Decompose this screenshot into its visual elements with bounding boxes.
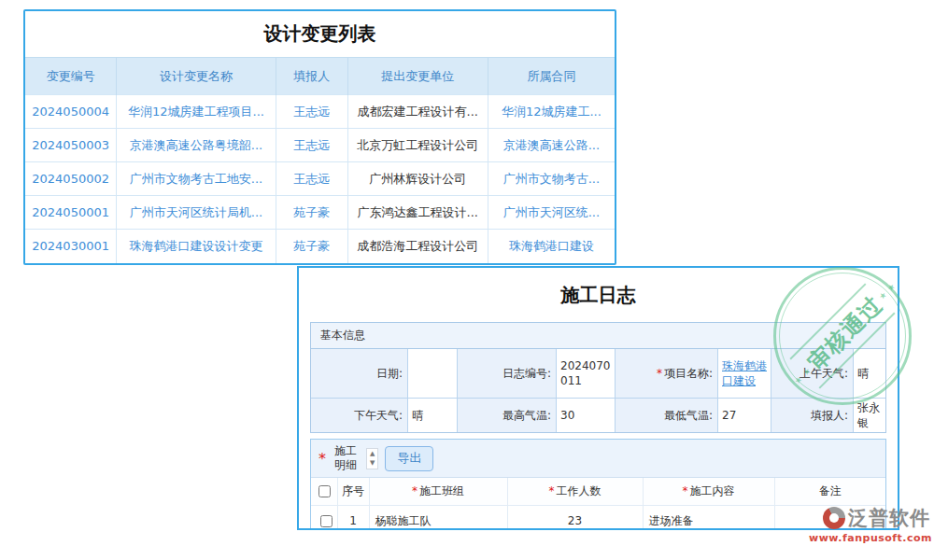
filler-field: 张永银 <box>853 398 885 432</box>
detail-table-header: 序号 *施工班组 *工作人数 *施工内容 备注 <box>311 478 885 506</box>
max-temp-field: 30 <box>556 398 615 432</box>
change-name-link[interactable]: 华润12城房建工程项目... <box>117 95 276 129</box>
project-name-label: *项目名称: <box>615 349 717 398</box>
col-content: *施工内容 <box>643 478 774 506</box>
required-marker: * <box>683 484 688 497</box>
detail-section-label: 施工明细 <box>334 444 360 472</box>
log-number-label: 日志编号: <box>457 349 556 398</box>
select-all-cell <box>311 478 337 506</box>
required-marker: * <box>549 484 555 497</box>
detail-toolbar: * 施工明细 ▲ ▼ 导出 <box>311 440 885 477</box>
am-weather-label: 上午天气: <box>771 349 853 398</box>
col-contract: 所属合同 <box>488 58 615 95</box>
change-id-link[interactable]: 2024050002 <box>25 162 117 196</box>
row-select-cell <box>311 506 337 531</box>
table-row: 2024050002 广州市文物考古工地安... 王志远 广州林辉设计公司 广州… <box>25 162 615 196</box>
min-temp-field: 27 <box>717 398 771 432</box>
date-field <box>407 349 457 398</box>
page: 设计变更列表 变更编号 设计变更名称 填报人 提出变更单位 所属合同 20240… <box>0 0 934 560</box>
design-change-table: 变更编号 设计变更名称 填报人 提出变更单位 所属合同 2024050004 华… <box>25 57 615 263</box>
change-name-link[interactable]: 广州市文物考古工地安... <box>117 162 276 196</box>
required-marker: * <box>318 450 326 468</box>
change-name-link[interactable]: 京港澳高速公路粤境韶... <box>117 129 276 162</box>
change-id-link[interactable]: 2024050001 <box>25 196 117 230</box>
project-name-link[interactable]: 珠海鹤港口建设 <box>722 358 767 388</box>
export-button[interactable]: 导出 <box>385 446 433 471</box>
contract-link[interactable]: 京港澳高速公路... <box>488 129 615 162</box>
am-weather-field: 晴 <box>853 349 885 398</box>
design-change-table-header: 变更编号 设计变更名称 填报人 提出变更单位 所属合同 <box>25 58 615 95</box>
col-proposing-unit: 提出变更单位 <box>347 58 488 95</box>
required-marker: * <box>657 367 662 380</box>
change-id-link[interactable]: 2024030001 <box>25 230 117 263</box>
col-seq: 序号 <box>337 478 369 506</box>
date-label: 日期: <box>311 349 407 398</box>
proposing-unit-cell: 北京万虹工程设计公司 <box>347 129 488 162</box>
col-workers: *工作人数 <box>507 478 643 506</box>
change-id-link[interactable]: 2024050004 <box>25 95 117 129</box>
detail-spinner: ▲ ▼ <box>366 448 378 469</box>
change-id-link[interactable]: 2024050003 <box>25 129 117 162</box>
content-cell: 进场准备 <box>643 506 774 531</box>
select-all-checkbox[interactable] <box>318 485 331 497</box>
contract-link[interactable]: 华润12城房建工... <box>488 95 615 129</box>
fanpu-logo: 泛普软件 www.fanpusoft.com <box>809 505 930 544</box>
design-change-list-panel: 设计变更列表 变更编号 设计变更名称 填报人 提出变更单位 所属合同 20240… <box>23 9 616 265</box>
project-name-field: 珠海鹤港口建设 <box>717 349 771 398</box>
reporter-link[interactable]: 王志远 <box>276 95 347 129</box>
change-name-link[interactable]: 广州市天河区统计局机... <box>117 196 276 230</box>
design-change-list-title: 设计变更列表 <box>25 11 615 57</box>
table-row: 2024050003 京港澳高速公路粤境韶... 王志远 北京万虹工程设计公司 … <box>25 129 615 162</box>
contract-link[interactable]: 广州市天河区统... <box>488 196 615 230</box>
fanpu-logo-url: www.fanpusoft.com <box>809 532 930 544</box>
workers-cell: 23 <box>507 506 643 531</box>
detail-table-row: 1 杨聪施工队 23 进场准备 <box>311 506 885 531</box>
col-note: 备注 <box>774 478 885 506</box>
reporter-link[interactable]: 王志远 <box>276 129 347 162</box>
basic-info-header: 基本信息 <box>311 323 885 349</box>
filler-label: 填报人: <box>771 398 853 432</box>
pm-weather-field: 晴 <box>407 398 457 432</box>
col-reporter: 填报人 <box>276 58 347 95</box>
proposing-unit-cell: 广东鸿达鑫工程设计... <box>347 196 488 230</box>
row-checkbox[interactable] <box>320 515 333 527</box>
change-name-link[interactable]: 珠海鹤港口建设设计变更 <box>117 230 276 263</box>
col-change-name: 设计变更名称 <box>117 58 276 95</box>
log-number-field: 2024070011 <box>556 349 615 398</box>
team-cell: 杨聪施工队 <box>369 506 507 531</box>
construction-log-title: 施工日志 <box>299 268 898 322</box>
detail-table: 序号 *施工班组 *工作人数 *施工内容 备注 1 杨聪施工队 23 进场准备 <box>311 477 885 530</box>
proposing-unit-cell: 成都浩海工程设计公司 <box>347 230 488 263</box>
proposing-unit-cell: 广州林辉设计公司 <box>347 162 488 196</box>
pm-weather-label: 下午天气: <box>311 398 407 432</box>
reporter-link[interactable]: 王志远 <box>276 162 347 196</box>
proposing-unit-cell: 成都宏建工程设计有... <box>347 95 488 129</box>
col-team: *施工班组 <box>369 478 507 506</box>
construction-detail-section: * 施工明细 ▲ ▼ 导出 序号 *施工班组 *工作人数 *施工内容 <box>310 439 886 530</box>
seq-cell: 1 <box>337 506 369 531</box>
contract-link[interactable]: 珠海鹤港口建设 <box>488 230 615 263</box>
basic-info-section: 基本信息 日期: 日志编号: 2024070011 *项目名称: 珠海鹤港口建设… <box>310 322 886 433</box>
reporter-link[interactable]: 苑子豪 <box>276 230 347 263</box>
table-row: 2024050001 广州市天河区统计局机... 苑子豪 广东鸿达鑫工程设计..… <box>25 196 615 230</box>
table-row: 2024050004 华润12城房建工程项目... 王志远 成都宏建工程设计有.… <box>25 95 615 129</box>
min-temp-label: 最低气温: <box>615 398 717 432</box>
basic-info-grid: 日期: 日志编号: 2024070011 *项目名称: 珠海鹤港口建设 上午天气… <box>311 349 885 432</box>
reporter-link[interactable]: 苑子豪 <box>276 196 347 230</box>
fanpu-logo-icon <box>823 507 845 529</box>
spinner-up-icon[interactable]: ▲ <box>370 451 375 457</box>
spinner-down-icon[interactable]: ▼ <box>370 460 375 467</box>
col-change-id: 变更编号 <box>25 58 117 95</box>
fanpu-logo-name: 泛普软件 <box>848 505 930 531</box>
construction-log-panel: 施工日志 基本信息 日期: 日志编号: 2024070011 *项目名称: 珠海… <box>297 266 899 530</box>
table-row: 2024030001 珠海鹤港口建设设计变更 苑子豪 成都浩海工程设计公司 珠海… <box>25 230 615 263</box>
required-marker: * <box>412 484 417 497</box>
max-temp-label: 最高气温: <box>457 398 556 432</box>
contract-link[interactable]: 广州市文物考古... <box>488 162 615 196</box>
